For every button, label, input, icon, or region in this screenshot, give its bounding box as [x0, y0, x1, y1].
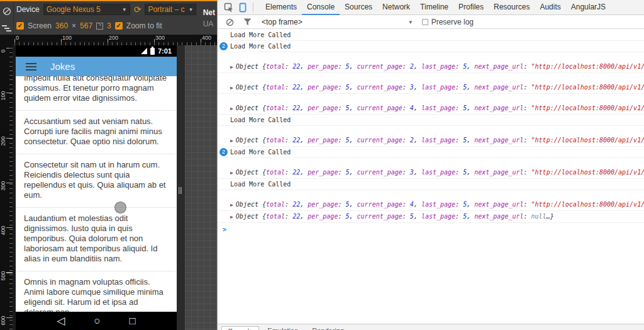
- expand-triangle-icon[interactable]: ▶: [230, 170, 233, 176]
- h-ruler-label: 100: [62, 35, 72, 41]
- hamburger-menu-icon[interactable]: [26, 63, 36, 71]
- console-object-row[interactable]: ▶Object {total: 22, per_page: 5, current…: [218, 73, 644, 94]
- console-log-text: Load More Called: [230, 149, 291, 156]
- offscreen-checker-area: [185, 45, 217, 330]
- screen-width-value[interactable]: 360: [55, 21, 68, 30]
- console-prompt[interactable]: >: [218, 223, 644, 234]
- v-ruler-label: 200: [0, 134, 6, 149]
- object-comma: ,: [300, 137, 308, 144]
- tab-sources[interactable]: Sources: [340, 0, 377, 15]
- clear-console-icon[interactable]: [223, 15, 236, 29]
- network-throttling-icon[interactable]: [0, 23, 14, 35]
- toolbar-clipped-labels: Net UA: [203, 1, 215, 35]
- object-colon: :: [524, 137, 531, 144]
- object-key: current_page: [357, 105, 402, 111]
- tab-timeline[interactable]: Timeline: [415, 0, 453, 15]
- joke-list[interactable]: Impedit nulla aut consequatur voluptate …: [16, 76, 177, 312]
- frame-select[interactable]: <top frame> ▼: [262, 18, 413, 26]
- resize-grip-icon[interactable]: [179, 187, 184, 194]
- tab-profiles[interactable]: Profiles: [453, 0, 489, 15]
- drawer-tab-emulation[interactable]: Emulation: [262, 326, 304, 330]
- object-value: "http://localhost:8000/api/v1/jo: [531, 84, 644, 91]
- object-colon: :: [455, 169, 463, 176]
- object-colon: :: [402, 169, 410, 176]
- object-label: Object {: [236, 169, 266, 176]
- object-colon: :: [524, 105, 531, 111]
- tab-angularjs[interactable]: AngularJS: [566, 0, 611, 15]
- console-log-row[interactable]: 2Load More Called: [218, 41, 644, 52]
- console-object-row[interactable]: ▶Object {total: 22, per_page: 5, current…: [218, 190, 644, 211]
- tab-elements[interactable]: Elements: [260, 0, 302, 15]
- object-colon: :: [455, 201, 463, 208]
- console-filter-bar: <top frame> ▼ Preserve log: [218, 16, 644, 29]
- android-nav-bar: ◁ ○ □: [16, 312, 177, 330]
- object-value: 22: [292, 213, 300, 220]
- joke-list-item[interactable]: Laudantium et molestias odit dignissimos…: [16, 208, 177, 271]
- device-mode-icon[interactable]: [236, 1, 250, 14]
- app-title: Jokes: [50, 61, 75, 72]
- object-colon: :: [285, 105, 292, 111]
- tab-resources[interactable]: Resources: [489, 0, 535, 15]
- expand-triangle-icon[interactable]: ▶: [230, 214, 233, 220]
- joke-list-item[interactable]: Impedit nulla aut consequatur voluptate …: [16, 76, 177, 111]
- object-preview: Object {total: 22, per_page: 5, current_…: [236, 84, 644, 91]
- tab-audits[interactable]: Audits: [535, 0, 565, 15]
- expand-triangle-icon[interactable]: ▶: [230, 138, 233, 144]
- tab-network[interactable]: Network: [377, 0, 415, 15]
- console-log-row[interactable]: Load More Called: [218, 30, 644, 41]
- object-label: Object {: [236, 137, 266, 144]
- console-object-row[interactable]: ▶Object {total: 22, per_page: 5, current…: [218, 94, 644, 115]
- object-preview: Object {total: 22, per_page: 5, current_…: [236, 213, 554, 220]
- console-object-row[interactable]: ▶Object {total: 22, per_page: 5, current…: [218, 52, 644, 73]
- back-button[interactable]: ◁: [57, 316, 65, 326]
- dpr-icon: [96, 23, 103, 30]
- object-value: null: [531, 213, 547, 220]
- object-colon: :: [455, 137, 463, 144]
- drawer-tab-rendering[interactable]: Rendering: [306, 326, 350, 330]
- console-log-area[interactable]: Load More Called2Load More Called▶Object…: [218, 30, 644, 324]
- devtools-topbar: ElementsConsoleSourcesNetworkTimelinePro…: [218, 0, 644, 15]
- object-comma: ,: [414, 201, 421, 208]
- expand-triangle-icon[interactable]: ▶: [230, 202, 233, 208]
- inspect-element-icon[interactable]: [222, 1, 236, 14]
- preserve-log-checkbox[interactable]: [422, 19, 428, 25]
- object-key: per_page: [308, 169, 338, 176]
- console-log-row[interactable]: 2Load More Called: [218, 147, 644, 158]
- expand-triangle-icon[interactable]: ▶: [230, 85, 233, 91]
- block-overrides-icon[interactable]: [0, 5, 14, 18]
- object-colon: :: [455, 84, 463, 91]
- devtools-pane: ElementsConsoleSourcesNetworkTimelinePro…: [217, 0, 644, 330]
- zoom-to-fit-checkbox[interactable]: ✓: [115, 22, 123, 30]
- console-object-row[interactable]: ▶Object {total: 22, per_page: 5, current…: [218, 126, 644, 147]
- tab-console[interactable]: Console: [302, 0, 340, 15]
- recents-button[interactable]: □: [130, 316, 136, 326]
- orientation-select[interactable]: Portrait – c ▼: [145, 4, 196, 15]
- device-select[interactable]: Google Nexus 5 ▼: [43, 4, 130, 15]
- object-value: 22: [292, 201, 300, 208]
- joke-list-item[interactable]: Omnis in magnam voluptas officiis. Animi…: [16, 271, 177, 312]
- object-label: Object {: [236, 84, 266, 91]
- filter-icon[interactable]: [240, 15, 254, 29]
- v-ruler-label: 100: [0, 88, 6, 103]
- joke-list-item[interactable]: Consectetur sit nam ut in harum cum. Rei…: [16, 154, 177, 208]
- home-button[interactable]: ○: [94, 316, 100, 326]
- joke-list-item[interactable]: Accusantium sed aut veniam natus. Corrup…: [16, 111, 177, 154]
- object-key: per_page: [308, 213, 338, 220]
- console-log-row[interactable]: Load More Called: [218, 115, 644, 126]
- expand-triangle-icon[interactable]: ▶: [230, 64, 233, 70]
- rotate-refresh-icon[interactable]: ⟳: [134, 5, 142, 14]
- object-key: last_page: [421, 213, 455, 220]
- dpr-value[interactable]: 3: [107, 21, 111, 30]
- console-log-row[interactable]: Load More Called: [218, 179, 644, 190]
- screen-height-value[interactable]: 567: [80, 21, 92, 30]
- screen-resize-strip[interactable]: [177, 45, 185, 330]
- drawer-tab-console[interactable]: Console: [221, 326, 259, 330]
- signal-icon: [141, 48, 147, 54]
- screen-checkbox[interactable]: ✓: [16, 22, 24, 30]
- expand-triangle-icon[interactable]: ▶: [230, 106, 233, 111]
- object-preview: Object {total: 22, per_page: 5, current_…: [236, 63, 644, 70]
- h-ruler-label: 300: [155, 35, 165, 41]
- object-key: next_page_url: [474, 201, 523, 208]
- console-object-row[interactable]: ▶Object {total: 22, per_page: 5, current…: [218, 211, 644, 223]
- console-object-row[interactable]: ▶Object {total: 22, per_page: 5, current…: [218, 158, 644, 179]
